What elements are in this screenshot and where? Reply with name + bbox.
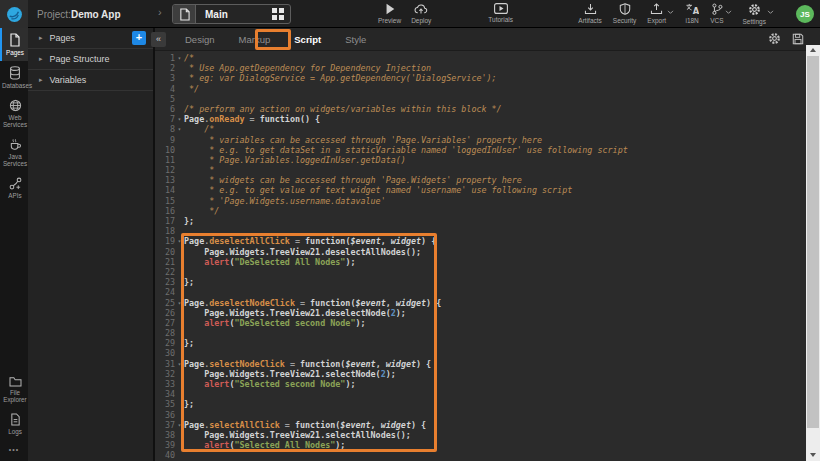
chevron-down-icon [767, 10, 774, 15]
code-line: 34 [155, 389, 820, 399]
code-line: 38 Page.Widgets.TreeView21.selectAllNode… [155, 430, 820, 440]
export-up-icon [650, 3, 663, 15]
preview-button[interactable]: Preview [378, 3, 401, 24]
code-line: 9 * variables can be accessed through 'P… [155, 135, 820, 145]
sidebar-item-java-services[interactable]: Java Services [0, 133, 28, 172]
tab-markup[interactable]: Markup [227, 28, 283, 51]
left-sidebar: Pages Databases Web Services Java Servic… [0, 28, 28, 461]
code-line: 12 * [155, 165, 820, 175]
code-line: 20 Page.Widgets.TreeView21.deselectAllNo… [155, 247, 820, 257]
code-line: 15 * 'Page.Widgets.username.datavalue' [155, 196, 820, 206]
page-selector[interactable]: Main [172, 4, 291, 24]
folder-icon [9, 376, 22, 387]
deploy-button[interactable]: Deploy [411, 3, 431, 24]
code-line: 18 [155, 226, 820, 236]
sidebar-item-apis[interactable]: APIs [0, 172, 28, 204]
sidebar-item-logs[interactable]: Logs [0, 408, 28, 440]
code-line: 1▾/* [155, 53, 820, 63]
code-line: 16 */ [155, 206, 820, 216]
code-editor[interactable]: 1▾/*2 * Use App.getDependency for Depend… [155, 51, 820, 461]
branch-icon [711, 3, 723, 15]
code-line: 2 * Use App.getDependency for Dependency… [155, 63, 820, 73]
tutorials-button[interactable]: Tutorials [488, 3, 513, 23]
code-line: 21 alert("DeSelected All Nodes"); [155, 257, 820, 267]
i18n-button[interactable]: A i18N [685, 3, 699, 24]
globe-icon [9, 99, 22, 112]
chevron-down-icon [725, 10, 732, 15]
code-line: 11 * Page.Variables.loggedInUser.getData… [155, 155, 820, 165]
scroll-down-arrow[interactable] [806, 450, 820, 460]
code-line: 30 [155, 348, 820, 358]
download-tray-icon [584, 3, 597, 15]
code-line: 26 Page.Widgets.TreeView21.deselectNode(… [155, 308, 820, 318]
topbar-actions-left: Preview Deploy Tutorials [378, 3, 513, 24]
vcs-button[interactable]: VCS [710, 3, 731, 24]
translate-icon: A [685, 3, 699, 15]
code-line: 27 alert("DeSelected second Node"); [155, 318, 820, 328]
code-line: 3 * eg: var DialogService = App.getDepen… [155, 73, 820, 83]
project-label: Project: [37, 9, 71, 20]
panel-section-pages[interactable]: ▸ Pages + [28, 28, 153, 49]
expand-arrow-icon[interactable]: ▸ [39, 34, 43, 42]
code-line: 7▾Page.onReady = function() { [155, 114, 820, 124]
code-line: 23}; [155, 277, 820, 287]
shield-icon [619, 3, 631, 15]
play-icon [384, 3, 396, 15]
code-line: 33 alert("Selected second Node"); [155, 379, 820, 389]
code-line: 10 * e.g. to get dataSet in a staticVari… [155, 145, 820, 155]
code-line: 32 Page.Widgets.TreeView21.selectNode(2)… [155, 369, 820, 379]
panel-collapse-button[interactable]: « [151, 32, 166, 47]
security-button[interactable]: Security [613, 3, 636, 24]
sidebar-more-button[interactable]: ••• [0, 440, 28, 461]
explorer-panel: ▸ Pages + ▸ Page Structure ▸ Variables [28, 28, 155, 461]
coffee-cup-icon [9, 138, 22, 151]
save-icon[interactable] [792, 33, 804, 45]
tab-script[interactable]: Script [282, 28, 333, 51]
expand-arrow-icon[interactable]: ▸ [39, 76, 43, 84]
page-selector-label: Main [196, 9, 272, 20]
sidebar-item-pages[interactable]: Pages [0, 28, 28, 61]
export-button[interactable]: Export [647, 3, 674, 24]
svg-text:A: A [693, 6, 699, 15]
code-line: 17}; [155, 216, 820, 226]
chevron-down-icon [667, 10, 674, 15]
sidebar-spacer [0, 204, 28, 371]
editor-scrollbar[interactable] [806, 45, 820, 461]
artifacts-button[interactable]: Artifacts [578, 3, 601, 24]
settings-button[interactable]: Settings [743, 3, 775, 25]
grid-view-icon[interactable] [272, 8, 290, 20]
code-lines: 1▾/*2 * Use App.getDependency for Depend… [155, 53, 820, 461]
panel-section-variables[interactable]: ▸ Variables [28, 70, 153, 91]
code-line: 24 [155, 287, 820, 297]
code-line: 8▾ /* [155, 124, 820, 134]
editor-area: Design Markup Script Style 1▾/*2 * Use A… [155, 28, 820, 461]
tab-design[interactable]: Design [173, 28, 227, 51]
cloud-upload-icon [414, 3, 428, 15]
project-breadcrumb: Project:Demo App [37, 0, 121, 28]
video-icon [494, 3, 508, 14]
scroll-up-arrow[interactable] [806, 45, 820, 55]
sidebar-item-file-explorer[interactable]: File Explorer [0, 371, 28, 408]
page-doc-icon [173, 5, 196, 23]
pages-icon [9, 33, 21, 47]
expand-arrow-icon[interactable]: ▸ [39, 55, 43, 63]
app-logo[interactable] [0, 0, 28, 28]
add-page-button[interactable]: + [132, 31, 146, 45]
top-bar: Project:Demo App › Main Preview Deploy T… [0, 0, 820, 28]
code-line: 35}; [155, 399, 820, 409]
scrollbar-thumb[interactable] [807, 56, 819, 428]
code-line: 40 [155, 450, 820, 460]
logs-icon [10, 413, 21, 426]
panel-section-page-structure[interactable]: ▸ Page Structure [28, 49, 153, 70]
code-line: 6/* perform any action on widgets/variab… [155, 104, 820, 114]
sidebar-item-databases[interactable]: Databases [0, 61, 28, 94]
script-settings-gear-icon[interactable] [768, 32, 781, 45]
wavemaker-logo-icon [6, 6, 23, 23]
tab-style[interactable]: Style [333, 28, 378, 51]
sidebar-item-web-services[interactable]: Web Services [0, 94, 28, 133]
code-line: 29}; [155, 338, 820, 348]
database-icon [9, 66, 21, 80]
user-avatar[interactable]: JS [796, 5, 814, 23]
code-line: 31▾Page.selectNodeClick = function($even… [155, 359, 820, 369]
editor-tabbar: Design Markup Script Style [155, 28, 820, 51]
